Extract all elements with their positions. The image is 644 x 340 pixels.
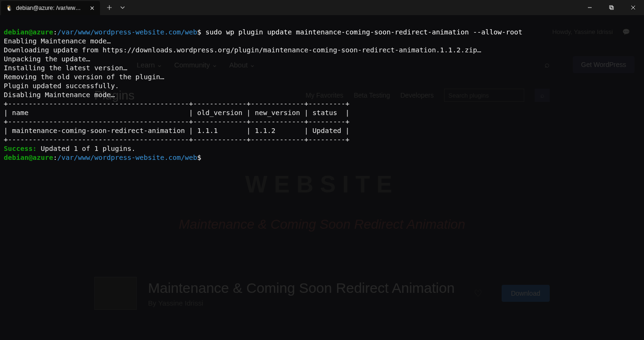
svg-rect-0 [610, 6, 612, 8]
titlebar-actions [104, 2, 128, 13]
table-border: +---------------------------------------… [4, 118, 349, 125]
success-label: Success: [4, 145, 37, 152]
prompt-dollar: $ [197, 28, 201, 36]
bg-banner-title: WEBSITE [245, 171, 399, 198]
output-line: Plugin updated successfully. [4, 82, 119, 90]
output-line: Removing the old version of the plugin… [4, 73, 164, 81]
bg-plugin-title: Maintenance & Coming Soon Redirect Anima… [148, 280, 454, 296]
penguin-icon: 🐧 [6, 5, 12, 11]
output-line: Disabling Maintenance mode… [4, 91, 115, 99]
svg-rect-1 [611, 7, 613, 9]
success-msg: Updated 1 of 1 plugins. [37, 145, 136, 152]
minimize-button[interactable] [579, 0, 601, 15]
bg-plugin-icon [94, 277, 137, 310]
output-line: Enabling Maintenance mode… [4, 37, 111, 45]
tab-title: debian@azure: /var/www/wo [16, 5, 85, 11]
prompt2-dollar: $ [197, 154, 201, 161]
bg-plugin-author: By Yassine Idrissi [148, 299, 454, 307]
bg-plugin-row: Maintenance & Coming Soon Redirect Anima… [94, 277, 550, 310]
window-titlebar: 🐧 debian@azure: /var/www/wo ✕ [0, 0, 644, 15]
terminal-content[interactable]: debian@azure:/var/www/wordpress-website.… [0, 15, 644, 166]
bg-download-button[interactable]: Download [502, 285, 550, 302]
prompt2-user-host: debian@azure [4, 154, 53, 161]
window-controls [579, 0, 644, 15]
output-line: Unpacking the update… [4, 55, 90, 63]
new-tab-button[interactable] [104, 2, 115, 13]
prompt-command: sudo wp plugin update maintenance-coming… [201, 28, 522, 36]
close-tab-icon[interactable]: ✕ [89, 5, 95, 11]
heart-icon[interactable]: ♡ [474, 288, 482, 299]
table-row: | maintenance-coming-soon-redirect-anima… [4, 127, 349, 134]
prompt-user-host: debian@azure [4, 28, 53, 36]
bg-plugin-info: Maintenance & Coming Soon Redirect Anima… [148, 280, 454, 307]
maximize-button[interactable] [601, 0, 622, 15]
terminal-tab[interactable]: 🐧 debian@azure: /var/www/wo ✕ [1, 1, 100, 15]
tab-dropdown-button[interactable] [117, 2, 128, 13]
close-window-button[interactable] [622, 0, 644, 15]
table-border: +---------------------------------------… [4, 100, 349, 108]
table-border: +---------------------------------------… [4, 136, 349, 143]
prompt2-path: /var/www/wordpress-website.com/web [58, 154, 198, 161]
prompt-path: /var/www/wordpress-website.com/web [58, 28, 198, 36]
output-line: Downloading update from https://download… [4, 46, 481, 54]
prompt2-colon: : [53, 154, 58, 161]
prompt-colon: : [53, 28, 58, 36]
table-header: | name | old_version | new_version | sta… [4, 109, 349, 116]
output-line: Installing the latest version… [4, 64, 127, 72]
bg-banner-subtitle: Maintenance & Coming Soon Redirect Anima… [179, 217, 465, 232]
